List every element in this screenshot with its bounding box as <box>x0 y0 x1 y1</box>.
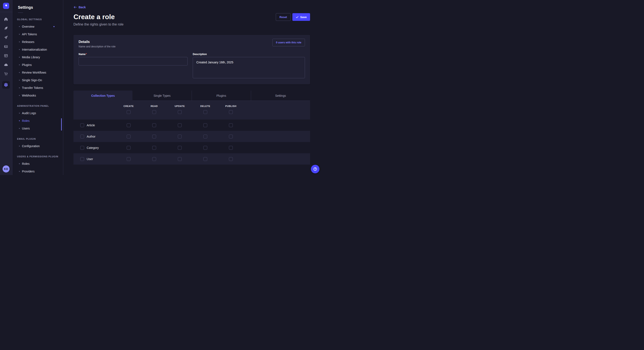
row-checkbox-author[interactable] <box>80 135 84 138</box>
users-with-role-button[interactable]: 0 users with this role <box>272 39 305 46</box>
checkbox-user-publish[interactable] <box>229 157 233 161</box>
tab-plugins[interactable]: Plugins <box>192 91 251 101</box>
sidebar-item-review-workflows[interactable]: Review Workflows <box>12 69 63 76</box>
tab-settings[interactable]: Settings <box>251 91 310 101</box>
bullet-icon <box>19 64 20 65</box>
checkbox-author-read[interactable] <box>152 135 156 138</box>
row-checkbox-category[interactable] <box>80 146 84 150</box>
main-nav-rail: KD <box>0 0 12 175</box>
row-name[interactable]: User <box>87 157 93 161</box>
strapi-logo[interactable] <box>3 3 9 9</box>
checkbox-user-read[interactable] <box>152 157 156 161</box>
settings-subnav: Settings GLOBAL SETTINGS Overview API To… <box>12 0 63 175</box>
row-name[interactable]: Article <box>87 124 95 127</box>
reset-button[interactable]: Reset <box>276 13 290 21</box>
tab-collection-types[interactable]: Collection Types <box>74 91 132 101</box>
description-textarea[interactable]: Created January 16th, 2025 <box>193 57 305 78</box>
back-arrow-icon <box>74 5 77 9</box>
checkbox-user-create[interactable] <box>127 157 130 161</box>
sidebar-item-releases[interactable]: Releases <box>12 38 63 46</box>
table-row-article: Article <box>74 120 310 131</box>
save-button[interactable]: Save <box>292 13 310 21</box>
checkbox-article-delete[interactable] <box>204 123 207 127</box>
table-row-category: Category <box>74 142 310 153</box>
checkbox-article-publish[interactable] <box>229 123 233 127</box>
name-input[interactable] <box>78 57 188 65</box>
required-asterisk: * <box>86 53 87 56</box>
content-type-builder-layout-icon[interactable] <box>2 52 10 59</box>
row-checkbox-article[interactable] <box>80 123 84 127</box>
sidebar-item-roles-up[interactable]: Roles <box>12 160 63 168</box>
bullet-icon <box>19 113 20 114</box>
bullet-icon <box>19 163 20 164</box>
checkbox-category-read[interactable] <box>152 146 156 150</box>
subnav-divider <box>18 12 23 13</box>
select-all-read-checkbox[interactable] <box>152 110 156 114</box>
sidebar-item-internationalization[interactable]: Internationalization <box>12 46 63 53</box>
deploy-cloud-icon[interactable] <box>2 61 10 69</box>
sidebar-item-configuration[interactable]: Configuration <box>12 142 63 150</box>
sidebar-item-webhooks[interactable]: Webhooks <box>12 92 63 99</box>
checkbox-category-publish[interactable] <box>229 146 233 150</box>
page-subtitle: Define the rights given to the role <box>74 22 124 26</box>
strapi-logo-icon <box>4 3 8 8</box>
checkbox-category-create[interactable] <box>127 146 130 150</box>
checkbox-author-publish[interactable] <box>229 135 233 138</box>
checkbox-article-read[interactable] <box>152 123 156 127</box>
sidebar-item-audit-logs[interactable]: Audit Logs <box>12 109 63 117</box>
checkbox-category-delete[interactable] <box>204 146 207 150</box>
select-all-create-checkbox[interactable] <box>127 110 130 114</box>
sidebar-item-roles-admin[interactable]: Roles <box>12 117 63 125</box>
row-checkbox-user[interactable] <box>80 157 84 161</box>
checkbox-category-update[interactable] <box>178 146 182 150</box>
sidebar-item-users[interactable]: Users <box>12 125 63 132</box>
permissions-table: CREATE READ UPDATE DELETE PUBLISH Articl… <box>74 101 310 165</box>
sidebar-item-transfer-tokens[interactable]: Transfer Tokens <box>12 84 63 92</box>
notification-dot <box>54 26 54 27</box>
permissions-section: Collection Types Single Types Plugins Se… <box>74 91 310 165</box>
sidebar-item-overview[interactable]: Overview <box>12 23 63 30</box>
bullet-icon <box>19 80 20 81</box>
row-name[interactable]: Category <box>87 146 99 150</box>
bullet-icon <box>19 57 20 58</box>
media-library-pictures-icon[interactable] <box>2 43 10 50</box>
checkbox-user-update[interactable] <box>178 157 182 161</box>
checkbox-author-update[interactable] <box>178 135 182 138</box>
back-link[interactable]: Back <box>74 5 86 9</box>
help-icon <box>313 167 318 172</box>
checkbox-user-delete[interactable] <box>204 157 207 161</box>
permissions-tab-bar: Collection Types Single Types Plugins Se… <box>74 91 310 101</box>
home-icon[interactable] <box>2 15 10 23</box>
select-all-delete-checkbox[interactable] <box>204 110 207 114</box>
row-name[interactable]: Author <box>87 135 96 138</box>
checkbox-article-create[interactable] <box>127 123 130 127</box>
user-avatar[interactable]: KD <box>2 166 10 173</box>
releases-paper-plane-icon[interactable] <box>2 34 10 41</box>
bullet-icon <box>19 128 20 129</box>
bullet-icon <box>19 26 20 27</box>
sidebar-item-plugins[interactable]: Plugins <box>12 61 63 69</box>
select-all-update-checkbox[interactable] <box>178 110 182 114</box>
checkbox-author-delete[interactable] <box>204 135 207 138</box>
bullet-icon <box>19 87 20 88</box>
bullet-icon <box>19 146 20 147</box>
checkbox-author-create[interactable] <box>127 135 130 138</box>
table-row-author: Author <box>74 131 310 142</box>
help-button[interactable] <box>311 165 320 173</box>
section-label-global-settings: GLOBAL SETTINGS <box>12 18 63 21</box>
marketplace-cart-icon[interactable] <box>2 70 10 78</box>
column-header-delete: DELETE <box>200 105 210 107</box>
sidebar-item-media-library[interactable]: Media Library <box>12 53 63 61</box>
tab-single-types[interactable]: Single Types <box>132 91 192 101</box>
settings-gear-icon[interactable] <box>2 81 10 89</box>
subnav-scrollbar-thumb[interactable] <box>61 118 62 131</box>
details-card: Details Name and description of the role… <box>74 35 310 84</box>
sidebar-item-single-sign-on[interactable]: Single Sign-On <box>12 76 63 84</box>
sidebar-item-providers[interactable]: Providers <box>12 168 63 175</box>
select-all-publish-checkbox[interactable] <box>229 110 233 114</box>
section-label-email-plugin: EMAIL PLUGIN <box>12 138 63 140</box>
sidebar-item-api-tokens[interactable]: API Tokens <box>12 30 63 38</box>
content-manager-feather-icon[interactable] <box>2 24 10 32</box>
checkbox-article-update[interactable] <box>178 123 182 127</box>
bullet-icon <box>19 72 20 73</box>
